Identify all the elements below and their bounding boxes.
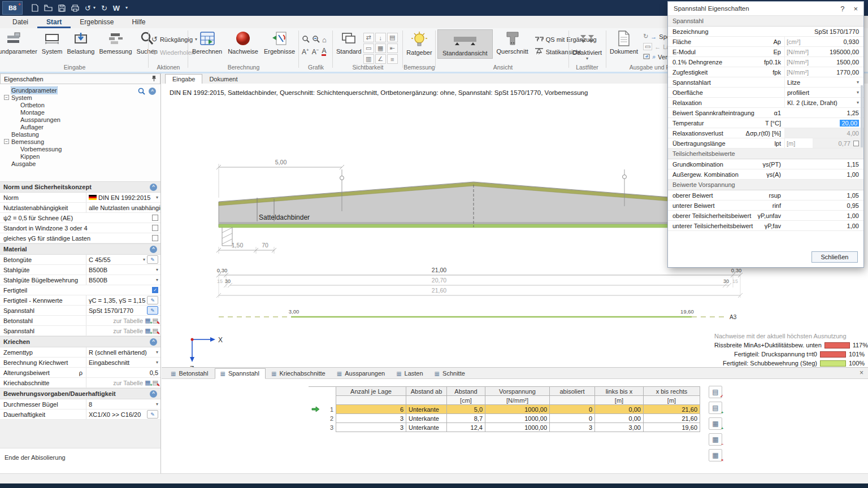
tree-search-icon[interactable] [138,88,145,96]
tab-spannstahl[interactable]: ▦Spannstahl [215,368,266,379]
tree-item-vorbemessung[interactable]: Vorbemessung [0,145,160,152]
temperatur-field[interactable]: 20,00 [784,118,863,128]
edit-table-icon[interactable]: ▤✎ [153,380,158,386]
pin-icon[interactable] [151,75,157,83]
toggle-dimensions-icon[interactable]: ⇤ [387,43,398,53]
row-number[interactable]: 2 [322,414,336,423]
row-number[interactable]: 3 [322,423,336,432]
psi2-checkbox[interactable] [152,215,158,221]
undo-dropdown-icon[interactable]: ▾ [93,6,96,10]
lastfilter-button[interactable]: Deaktiviert ▾ [570,30,605,62]
cell-anzahl[interactable]: 6 [336,405,406,414]
save-icon[interactable] [58,5,66,12]
dialog-help-icon[interactable]: ? [840,5,844,13]
betonguete-select[interactable]: C 45/55 ▾ ✎ [86,255,160,264]
gamma-pt-value[interactable]: 1,15 [784,159,863,169]
tab-dokument[interactable]: Dokument [202,75,244,84]
cell-x-bis-rechts[interactable]: 21,60 [644,414,700,423]
dokument-button[interactable]: Dokument [608,29,640,55]
add-table-button[interactable]: ▤+ [709,402,722,414]
toggle-beam-icon[interactable]: ▭ [363,43,374,53]
betonguete-edit-button[interactable]: ✎ [147,255,158,264]
zoom-icon[interactable] [302,35,310,44]
section-bewehrung-header[interactable]: Bewehrungsvorgaben/Dauerhaftigkeit ^ [0,388,160,399]
toggle-labels-icon[interactable]: ▤ [387,33,398,42]
cell-links-bis-x[interactable]: 3,00 [595,423,644,432]
windzone-checkbox[interactable] [152,225,158,231]
cell-anzahl[interactable]: 3 [336,414,406,423]
alpha1-value[interactable]: 1,25 [784,108,863,117]
tree-item-belastung[interactable]: Belastung [0,130,160,138]
font-decrease-icon[interactable]: A− [312,47,319,56]
tree-item-grundparameter[interactable]: Grundparameter [0,86,160,94]
toggle-grid-icon[interactable]: ▦ [375,43,386,53]
spannstahlart-select[interactable]: Litze▾ [784,77,863,87]
flaeche-value[interactable]: 0,930 [813,37,863,46]
cell-vorspannung[interactable]: 1000,00 [485,423,550,432]
dialog-scrollbar[interactable] [861,85,863,147]
cell-vorspannung[interactable]: 1000,00 [485,405,550,414]
tree-item-bemessung[interactable]: −Bemessung [0,138,160,145]
oberflaeche-select[interactable]: profiliert▾ [784,88,863,97]
tree-expand-icon[interactable]: − [4,139,9,144]
print-icon[interactable] [71,5,79,12]
system-button[interactable]: System [40,29,64,55]
tree-item-aussparungen[interactable]: Aussparungen [0,116,160,123]
nachweise-button[interactable]: Nachweise [226,29,260,55]
stahlguete-select[interactable]: B500B ▾ [86,265,160,274]
font-color-icon[interactable]: A [322,47,326,56]
dehngrenze-value[interactable]: 1500,00 [813,57,863,67]
section-kriechen-header[interactable]: Kriechen ^ [0,336,160,347]
table-icon[interactable]: ▦+ [145,328,150,334]
buegel-select[interactable]: B500B ▾ [86,275,160,285]
bemessung-button[interactable]: Bemessung [97,29,133,55]
clear-table-button[interactable]: ▦× [709,449,722,461]
gamma-fav-value[interactable]: 1,00 [784,221,863,230]
dialog-close-icon[interactable]: × [853,5,858,13]
gamma-a-value[interactable]: 1,00 [784,169,863,179]
tab-schnitte[interactable]: ▦Schnitte [430,369,471,378]
section-material-header[interactable]: Material ^ [0,243,160,255]
customize-toolbar-icon[interactable]: ▾ [125,6,128,10]
dauerhaftigkeit-edit-button[interactable]: ✎ [147,410,158,419]
standard-visibility-button[interactable]: Standard [335,29,363,55]
alterungsbeiwert-field[interactable]: 0,5 [86,368,160,377]
cell-abstand[interactable]: 5,0 [447,405,485,414]
cell-abstand-ab[interactable]: Unterkante [406,423,447,432]
redo-icon[interactable]: ↻ [101,5,107,12]
zementtyp-select[interactable]: R (schnell erhärtend) ▾ [86,347,160,357]
gammag-checkbox[interactable] [152,235,158,241]
edit-table-icon[interactable]: ▤✎ [153,317,158,324]
relaxation-select[interactable]: Kl. 2 (Litze, Draht)▾ [784,98,863,107]
toggle-tendons-icon[interactable]: ≡ [387,54,398,64]
tree-item-auflager[interactable]: Auflager [0,123,160,130]
cell-abisoliert[interactable]: 0 [550,414,595,423]
cell-links-bis-x[interactable]: 0,00 [595,414,644,423]
zoom-window-icon[interactable] [312,35,320,44]
undo-button[interactable]: ↺ Rückgängig ▾ [151,35,186,43]
rsup-value[interactable]: 1,05 [784,190,863,200]
cell-anzahl[interactable]: 3 [336,423,406,432]
delete-row-button[interactable]: ▦− [709,433,722,446]
emodul-value[interactable]: 195000,00 [813,47,863,56]
collapse-section-icon[interactable]: ^ [150,390,157,398]
new-file-icon[interactable] [32,4,38,12]
tab-start[interactable]: Start [37,16,71,28]
dialog-title-bar[interactable]: Spannstahl Eigenschaften ? × [668,2,863,16]
open-file-icon[interactable] [44,5,53,11]
tab-datei[interactable]: Datei [3,16,37,28]
querschnitt-button[interactable]: Querschnitt [495,29,530,55]
norm-select[interactable]: DIN EN 1992:2015 ▾ [86,193,160,202]
kennwerte-edit-button[interactable]: ✎ [147,296,158,304]
kriechwert-select[interactable]: Eingabeschnitt ▾ [86,358,160,367]
toggle-axis-icon[interactable]: ∠ [375,54,386,64]
section-norm-header[interactable]: Norm und Sicherheitskonzept ^ [0,181,160,193]
toggle-loads-icon[interactable]: ↓ [375,33,386,42]
table-icon[interactable]: ▦+ [145,317,150,324]
standardansicht-button[interactable]: Standardansicht [437,29,493,59]
tab-hilfe[interactable]: Hilfe [123,16,154,28]
cell-abstand-ab[interactable]: Unterkante [406,414,447,423]
tab-eingabe[interactable]: Eingabe [165,74,202,84]
fertigteil-checkbox[interactable]: ✓ [152,287,158,293]
cell-x-bis-rechts[interactable]: 19,60 [644,423,700,432]
